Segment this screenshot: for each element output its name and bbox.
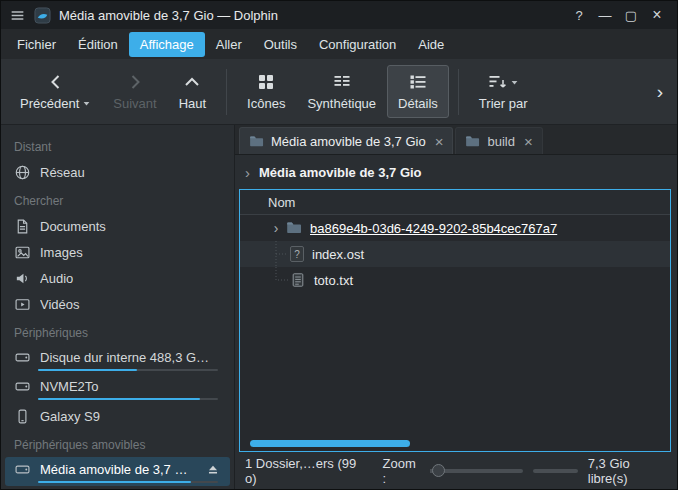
details-view-button[interactable]: Détails	[387, 65, 449, 118]
image-icon	[14, 244, 31, 261]
file-row-index-ost[interactable]: ? index.ost	[240, 241, 670, 267]
video-icon	[14, 296, 31, 313]
breadcrumb-path[interactable]: Média amovible de 3,7 Gio	[259, 165, 422, 180]
sidebar-item-videos[interactable]: Vidéos	[5, 291, 230, 317]
section-header-chercher: Chercher	[1, 185, 234, 213]
sidebar-item-images[interactable]: Images	[5, 239, 230, 265]
file-name: index.ost	[312, 247, 364, 262]
help-button[interactable]: ?	[567, 4, 591, 26]
sidebar-item-disque-dur-interne[interactable]: Disque dur interne 488,3 G…	[5, 345, 230, 374]
eject-icon[interactable]	[206, 463, 220, 477]
menu-aller[interactable]: Aller	[205, 32, 253, 57]
icons-view-icon	[256, 72, 276, 92]
column-header-nom[interactable]: Nom	[240, 190, 670, 215]
window-controls: ? — ▢ ×	[567, 4, 669, 26]
places-panel: Distant Réseau Chercher Documents Images…	[1, 125, 235, 489]
maximize-button[interactable]: ▢	[619, 4, 643, 26]
back-label: Précédent	[20, 96, 79, 111]
zoom-slider[interactable]	[430, 469, 523, 473]
file-rows: › ba869e4b-03d6-4249-9202-85b4cec767a7 ?…	[240, 215, 670, 451]
file-view: Nom › ba869e4b-03d6-4249-9202-85b4cec767…	[239, 189, 671, 452]
toolbar-overflow-chevron[interactable]: ›	[651, 81, 669, 103]
tab-bar: Média amovible de 3,7 Gio × build ×	[235, 125, 677, 155]
folder-icon	[465, 134, 480, 149]
capacity-bar	[38, 398, 218, 400]
sidebar-item-nvme2to[interactable]: NVME2To	[5, 374, 230, 403]
tab-close-icon[interactable]: ×	[524, 134, 533, 149]
unknown-file-icon: ?	[290, 246, 304, 262]
tab-build[interactable]: build ×	[455, 127, 542, 154]
section-header-peripheriques: Périphériques	[1, 317, 234, 345]
menu-aide[interactable]: Aide	[407, 32, 455, 57]
up-button[interactable]: Haut	[168, 65, 217, 118]
tab-label: build	[487, 134, 514, 149]
file-name: ba869e4b-03d6-4249-9202-85b4cec767a7	[310, 221, 557, 236]
back-button[interactable]: Précédent	[9, 65, 102, 118]
chevron-down-icon	[82, 99, 91, 108]
sidebar-item-label: Documents	[40, 219, 106, 234]
menu-fichier[interactable]: Fichier	[6, 32, 67, 57]
sidebar-item-label: Audio	[40, 271, 73, 286]
close-button[interactable]: ×	[645, 4, 669, 26]
hard-drive-icon	[14, 349, 31, 366]
file-row-toto-txt[interactable]: toto.txt	[240, 267, 670, 293]
chevron-down-icon	[510, 78, 519, 87]
dolphin-window: Média amovible de 3,7 Gio — Dolphin ? — …	[0, 0, 678, 490]
menu-affichage[interactable]: Affichage	[129, 32, 205, 57]
sort-by-label: Trier par	[479, 96, 528, 111]
free-space-bar	[533, 469, 578, 473]
tab-media-amovible[interactable]: Média amovible de 3,7 Gio ×	[239, 127, 453, 154]
hard-drive-icon	[14, 378, 31, 395]
capacity-bar	[38, 369, 218, 371]
titlebar: Média amovible de 3,7 Gio — Dolphin ? — …	[1, 1, 677, 29]
chevron-right-icon[interactable]: ›	[245, 165, 250, 180]
tab-label: Média amovible de 3,7 Gio	[271, 134, 426, 149]
file-name: toto.txt	[314, 273, 353, 288]
chevron-up-icon	[182, 72, 202, 92]
toolbar-separator	[226, 69, 227, 115]
zoom-slider-handle[interactable]	[432, 464, 445, 477]
horizontal-scrollbar[interactable]	[250, 440, 410, 447]
sidebar-item-documents[interactable]: Documents	[5, 213, 230, 239]
sidebar-item-label: Média amovible de 3,7 …	[40, 462, 187, 477]
compact-view-icon	[332, 72, 352, 92]
details-view-label: Détails	[398, 96, 438, 111]
window-title: Média amovible de 3,7 Gio — Dolphin	[59, 8, 278, 23]
app-menu-icon[interactable]	[9, 7, 26, 24]
expand-chevron-icon[interactable]: ›	[266, 221, 286, 235]
details-view-icon	[408, 72, 428, 92]
menu-configuration[interactable]: Configuration	[308, 32, 407, 57]
minimize-button[interactable]: —	[593, 4, 617, 26]
sidebar-item-media-amovible[interactable]: Média amovible de 3,7 …	[5, 457, 230, 486]
folder-icon	[286, 220, 302, 236]
menu-edition[interactable]: Édition	[67, 32, 129, 57]
file-row-folder[interactable]: › ba869e4b-03d6-4249-9202-85b4cec767a7	[240, 215, 670, 241]
sidebar-item-label: NVME2To	[40, 379, 99, 394]
document-icon	[14, 218, 31, 235]
usb-drive-icon	[14, 461, 31, 478]
sidebar-item-galaxy-s9[interactable]: Galaxy S9	[5, 403, 230, 429]
sidebar-item-audio[interactable]: Audio	[5, 265, 230, 291]
text-file-icon	[290, 272, 306, 288]
sort-icon	[487, 72, 507, 92]
forward-button[interactable]: Suivant	[102, 65, 167, 118]
section-header-distant: Distant	[1, 131, 234, 159]
icons-view-button[interactable]: Icônes	[236, 65, 296, 118]
sidebar-item-label: Galaxy S9	[40, 409, 100, 424]
sidebar-item-reseau[interactable]: Réseau	[5, 159, 230, 185]
up-label: Haut	[179, 96, 206, 111]
toolbar: Précédent Suivant Haut Icônes Synthétiqu…	[1, 59, 677, 125]
sort-by-button[interactable]: Trier par	[468, 65, 539, 118]
folder-icon	[249, 134, 264, 149]
compact-view-button[interactable]: Synthétique	[296, 65, 387, 118]
tree-guide	[266, 267, 290, 293]
menu-outils[interactable]: Outils	[253, 32, 308, 57]
breadcrumb: › Média amovible de 3,7 Gio	[235, 155, 677, 189]
network-icon	[14, 164, 31, 181]
toolbar-separator	[458, 69, 459, 115]
status-bar: 1 Dossier,…ers (99 o) Zoom : 7,3 Gio lib…	[235, 452, 677, 489]
menubar: Fichier Édition Affichage Aller Outils C…	[1, 29, 677, 59]
tab-close-icon[interactable]: ×	[435, 134, 444, 149]
items-summary: 1 Dossier,…ers (99 o)	[245, 456, 363, 486]
zoom-label: Zoom :	[383, 456, 421, 486]
